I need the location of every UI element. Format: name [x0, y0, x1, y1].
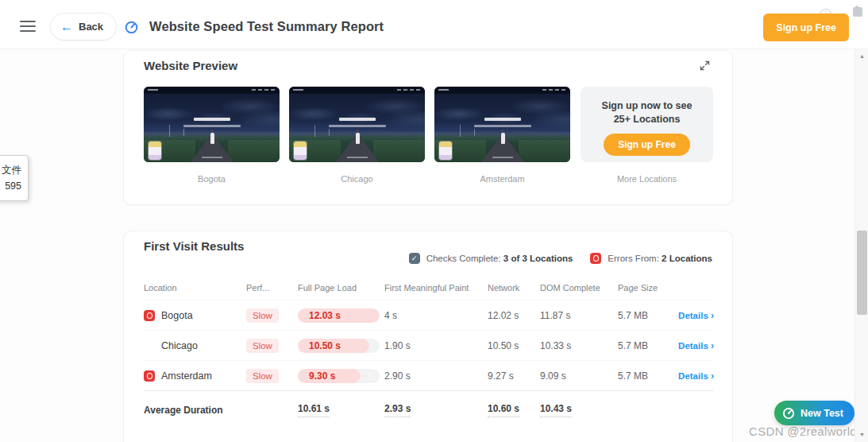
preview-section-title: Website Preview [144, 59, 237, 72]
thumb-figure [501, 133, 505, 144]
results-table: Location Perf... Full Page Load First Me… [144, 276, 714, 428]
first-meaningful-paint-value: 1.90 s [384, 340, 488, 351]
average-dom-complete: 10.43 s [540, 403, 572, 417]
average-duration-label: Average Duration [144, 405, 298, 416]
thumb-footer-text [202, 157, 222, 158]
tooltip-line2: 595 [0, 178, 21, 194]
table-row: Amsterdam Slow 9.30 s 2.90 s 9.27 s 9.09… [144, 360, 714, 390]
thumb-navbar [434, 87, 570, 94]
watermark: CSDN @2realworld [749, 425, 857, 438]
details-link[interactable]: Details › [678, 341, 714, 351]
error-icon [590, 253, 601, 264]
errors-from-status: Errors From: 2 Locations [590, 253, 712, 264]
average-network: 10.60 s [488, 403, 519, 417]
thumb-title-text [339, 118, 376, 121]
thumb-pole [314, 125, 315, 137]
scrollbar-down-arrow[interactable]: ▼ [855, 429, 868, 440]
network-value: 10.50 s [488, 340, 540, 351]
page-size-value: 5.7 MB [618, 340, 670, 351]
new-test-label: New Test [800, 408, 843, 419]
full-page-load-value: 10.50 s [298, 339, 380, 353]
signup-locations-box: Sign up now to see 25+ Locations Sign up… [581, 87, 713, 162]
chevron-right-icon: › [711, 370, 714, 382]
full-page-load-bar: 9.30 s [298, 369, 380, 383]
col-page-size: Page Size [618, 283, 670, 293]
thumb-footer-text [492, 157, 513, 158]
thumb-navbar [289, 87, 425, 94]
errors-from-label: Errors From: [608, 254, 659, 263]
chevron-right-icon: › [711, 310, 714, 321]
thumb-grass-right [373, 140, 425, 163]
results-section-title: First Visit Results [144, 239, 244, 253]
full-page-load-bar: 12.03 s [298, 308, 380, 323]
checks-complete-label: Checks Complete: [426, 254, 501, 263]
col-performance: Perf... [246, 283, 298, 293]
new-test-button[interactable]: New Test [774, 401, 854, 425]
chevron-right-icon: › [711, 340, 714, 351]
col-network: Network [488, 283, 540, 293]
col-dom-complete: DOM Complete [540, 283, 618, 293]
average-full-page-load: 10.61 s [298, 403, 330, 417]
signup-free-button-top[interactable]: Sign up Free [763, 14, 849, 41]
average-first-meaningful-paint: 2.93 s [384, 403, 411, 417]
more-locations-label: More Locations [581, 174, 713, 184]
col-first-meaningful-paint: First Meaningful Paint [384, 283, 488, 293]
performance-badge: Slow [246, 308, 279, 323]
thumb-figure [356, 133, 360, 144]
website-preview-card: Website Preview [123, 50, 733, 205]
website-thumbnail-chicago[interactable] [289, 87, 425, 162]
thumb-pole [183, 129, 184, 136]
website-thumbnail-bogota[interactable] [144, 87, 280, 162]
row-location: Bogota [161, 310, 193, 321]
thumb-title-text [484, 118, 521, 121]
table-row: Chicago Slow 10.50 s 1.90 s 10.50 s 10.3… [144, 330, 714, 360]
results-status-row: ✓ Checks Complete: 3 of 3 Locations Erro… [409, 253, 712, 264]
expand-icon[interactable] [700, 60, 710, 71]
back-button[interactable]: ← Back [50, 13, 117, 41]
thumb-figure [210, 133, 214, 144]
scrollbar-up-arrow[interactable]: ▲ [855, 51, 868, 62]
tooltip-line1: 文件 [0, 162, 21, 178]
hamburger-menu-icon[interactable] [20, 21, 36, 32]
table-header-row: Location Perf... Full Page Load First Me… [144, 276, 714, 300]
speedometer-icon [125, 21, 138, 34]
thumb-character-sprite [294, 142, 307, 160]
thumb-footer-text [347, 157, 368, 158]
back-button-label: Back [79, 21, 103, 33]
performance-badge: Slow [246, 339, 279, 353]
thumb-pole [460, 125, 461, 137]
thumb-subtitle-text [474, 125, 531, 127]
thumb-grass-right [228, 140, 280, 163]
signup-box-line1: Sign up now to see [581, 99, 713, 113]
page-size-value: 5.7 MB [618, 370, 670, 382]
first-visit-results-card: First Visit Results ✓ Checks Complete: 3… [123, 231, 733, 442]
error-icon [144, 370, 155, 382]
scrollbar-thumb[interactable] [857, 231, 867, 315]
thumbnail-location-label: Chicago [289, 174, 425, 184]
extension-icon [853, 7, 862, 17]
error-icon [144, 310, 155, 321]
details-link[interactable]: Details › [678, 371, 714, 381]
vertical-scrollbar[interactable]: ▲ ▼ [854, 49, 868, 442]
website-thumbnail-amsterdam[interactable] [434, 87, 570, 162]
network-value: 12.02 s [488, 310, 540, 321]
row-location: Amsterdam [161, 370, 212, 382]
dom-complete-value: 11.87 s [540, 310, 618, 321]
network-value: 9.27 s [488, 370, 540, 382]
row-location: Chicago [161, 340, 198, 351]
thumb-pole [474, 129, 475, 136]
details-link[interactable]: Details › [678, 311, 714, 320]
speedometer-icon [782, 407, 795, 420]
signup-box-line2: 25+ Locations [581, 113, 713, 126]
checks-complete-status: ✓ Checks Complete: 3 of 3 Locations [409, 253, 573, 264]
average-duration-row: Average Duration 10.61 s 2.93 s 10.60 s … [144, 390, 714, 428]
top-header-bar: ← Back Website Speed Test Summary Report… [0, 0, 868, 49]
signup-free-button-box[interactable]: Sign up Free [604, 134, 690, 156]
thumbnail-location-label: Bogota [144, 174, 280, 184]
thumb-subtitle-text [329, 125, 386, 127]
thumb-character-sprite [149, 142, 161, 160]
dom-complete-value: 10.33 s [540, 340, 618, 351]
checks-complete-value: 3 of 3 Locations [503, 254, 573, 263]
thumb-subtitle-text [183, 125, 241, 127]
performance-badge: Slow [246, 369, 279, 383]
